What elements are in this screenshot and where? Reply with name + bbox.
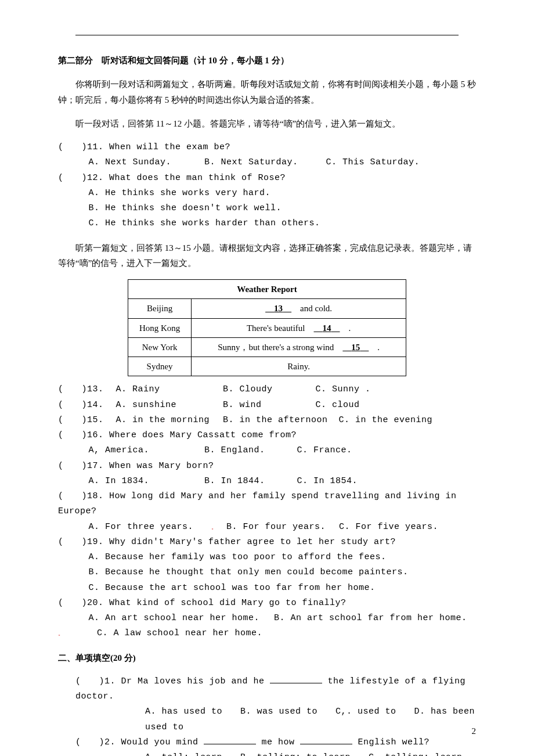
- stray-dot-icon: 。: [211, 524, 218, 531]
- section2-intro1: 你将听到一段对话和两篇短文，各听两遍。听每段对话或短文前，你将有时间阅读相关小题…: [58, 77, 476, 107]
- q19-stem: ( )19. Why didn't Mary's father agree to…: [58, 535, 476, 550]
- weather-report-table: Weather Report Beijing 13 and cold. Hong…: [128, 279, 406, 376]
- fill-q2-opts: A. tell; learn B. telling; to learn C. t…: [58, 750, 476, 756]
- wr-r4c2: Rainy.: [192, 357, 406, 376]
- wr-r3c1: New York: [128, 337, 192, 357]
- q16-opts: A, America. B. England. C. France.: [58, 443, 476, 458]
- page-number: 2: [472, 723, 477, 739]
- q20-stem: ( )20. What kind of school did Mary go t…: [58, 596, 476, 611]
- wr-title: Weather Report: [128, 280, 406, 299]
- wr-r3c2: Sunny，but there's a strong wind 15 .: [192, 337, 406, 357]
- q15: ( )15. A. in the morning B. in the after…: [58, 413, 476, 428]
- q11-stem: ( )11. When will the exam be?: [58, 140, 476, 155]
- top-rule: [75, 35, 459, 35]
- wr-blank-13: 13: [265, 304, 291, 313]
- q11-c: C. This Saturday.: [326, 157, 420, 167]
- q17-stem: ( )17. When was Mary born?: [58, 459, 476, 474]
- q11-a: A. Next Sunday.: [89, 155, 199, 170]
- wr-r2c2: There's beautiful 14 .: [192, 318, 406, 337]
- q12-c: C. He thinks she works harder than other…: [58, 216, 476, 231]
- q16-stem: ( )16. Where does Mary Cassatt come from…: [58, 428, 476, 443]
- wr-r2c1: Hong Kong: [128, 318, 192, 337]
- fill-title: 二、单项填空(20 分): [58, 650, 476, 665]
- q19-a: A. Because her family was too poor to af…: [58, 550, 476, 565]
- q18-stem: ( )18. How long did Mary and her family …: [58, 489, 476, 520]
- q11-opts: A. Next Sunday. B. Next Saturday. C. Thi…: [58, 155, 476, 170]
- wr-r1c1: Beijing: [128, 299, 192, 318]
- q20-ab: A. An art school near her home. B. An ar…: [58, 611, 476, 626]
- fill-q1-opts: A. has used to B. was used to C,. used t…: [58, 704, 476, 735]
- wr-blank-15: 15: [342, 343, 369, 352]
- fill-q1-stem: ( )1. Dr Ma loves his job and he the lif…: [58, 674, 476, 705]
- q19-c: C. Because the art school was too far fr…: [58, 581, 476, 596]
- q12-a: A. He thinks she works very hard.: [58, 186, 476, 201]
- wr-r1c2: 13 and cold.: [192, 299, 406, 318]
- stray-dot-icon-2: 。: [58, 631, 64, 637]
- blank-input: [204, 735, 256, 744]
- q20-c: 。 C. A law school near her home.: [58, 626, 476, 641]
- q14: ( )14. A. sunshine B. wind C. cloud: [58, 398, 476, 413]
- q12-stem: ( )12. What does the man think of Rose?: [58, 171, 476, 186]
- q12-b: B. He thinks she doesn't work well.: [58, 201, 476, 216]
- section2-intro3: 听第一篇短文，回答第 13～15 小题。请根据短文内容，选择正确答案，完成信息记…: [58, 240, 476, 271]
- q11-b: B. Next Saturday.: [204, 155, 320, 170]
- q18-opts: A. For three years. 。 B. For four years.…: [58, 520, 476, 535]
- q13: ( )13. A. Rainy B. Cloudy C. Sunny .: [58, 382, 476, 397]
- fill-q2-stem: ( )2. Would you mind me how English well…: [58, 735, 476, 750]
- q17-opts: A. In 1834. B. In 1844. C. In 1854.: [58, 474, 476, 489]
- wr-blank-14: 14: [314, 323, 340, 333]
- q19-b: B. Because he thought that only men coul…: [58, 565, 476, 580]
- blank-input: [270, 674, 322, 683]
- blank-input: [300, 735, 352, 744]
- wr-r4c1: Sydney: [128, 357, 192, 376]
- section2-intro2: 听一段对话，回答第 11～12 小题。答题完毕，请等待“嘀”的信号，进入第一篇短…: [58, 116, 476, 131]
- section2-title: 第二部分 听对话和短文回答问题（计 10 分，每小题 1 分）: [58, 53, 476, 68]
